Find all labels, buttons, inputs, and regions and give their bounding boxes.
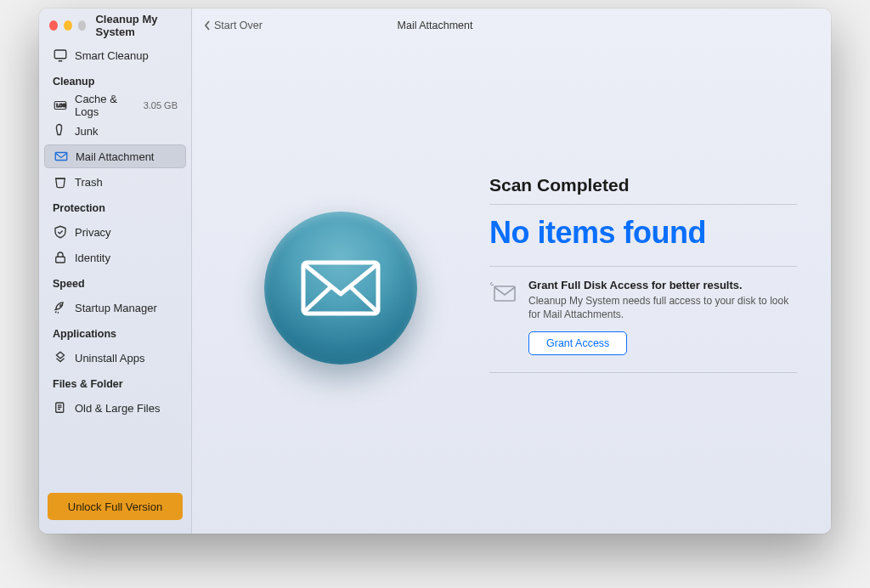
rocket-icon: [53, 300, 68, 315]
access-title: Grant Full Disk Access for better result…: [528, 279, 797, 291]
mail-illustration: [264, 212, 417, 365]
broom-icon: [53, 123, 68, 139]
svg-rect-5: [56, 257, 65, 263]
app-window: Cleanup My System Smart Cleanup Cleanup …: [39, 8, 831, 534]
back-label: Start Over: [214, 20, 263, 31]
chevron-left-icon: [204, 20, 211, 31]
sidebar-item-label: Junk: [75, 125, 178, 138]
sidebar-item-cache[interactable]: LOG Cache & Logs 3.05 GB: [44, 93, 186, 117]
svg-text:LOG: LOG: [57, 103, 66, 108]
start-over-button[interactable]: Start Over: [204, 20, 263, 31]
sidebar-item-oldlarge[interactable]: Old & Large Files: [44, 396, 186, 420]
sidebar-item-label: Identity: [75, 252, 178, 264]
monitor-icon: [53, 48, 68, 63]
sidebar-item-label: Old & Large Files: [75, 402, 178, 415]
unlock-full-version-button[interactable]: Unlock Full Version: [48, 493, 183, 520]
grant-access-button[interactable]: Grant Access: [528, 331, 627, 355]
content: Scan Completed No items found Grant Full…: [192, 42, 831, 534]
page-title: Mail Attachment: [398, 20, 473, 31]
access-desc: Cleanup My System needs full access to y…: [528, 294, 797, 321]
access-envelope-icon: [489, 279, 518, 355]
result-column: Scan Completed No items found Grant Full…: [489, 42, 831, 534]
close-icon[interactable]: [49, 20, 58, 31]
minimize-icon[interactable]: [64, 20, 72, 31]
main-titlebar: Start Over Mail Attachment: [192, 8, 831, 42]
envelope-icon: [301, 260, 381, 316]
files-icon: [53, 400, 68, 416]
shield-icon: [53, 224, 68, 240]
sidebar-item-smart-cleanup[interactable]: Smart Cleanup: [44, 43, 186, 67]
svg-rect-0: [54, 50, 66, 59]
section-header-files: Files & Folder: [44, 371, 186, 394]
svg-rect-12: [494, 286, 515, 301]
section-header-protection: Protection: [44, 195, 186, 218]
sidebar: Cleanup My System Smart Cleanup Cleanup …: [39, 8, 192, 534]
sidebar-item-privacy[interactable]: Privacy: [44, 220, 186, 244]
app-title: Cleanup My System: [95, 13, 181, 38]
svg-point-6: [60, 305, 62, 307]
sidebar-item-junk[interactable]: Junk: [44, 119, 186, 143]
sidebar-item-label: Smart Cleanup: [75, 49, 178, 62]
section-header-speed: Speed: [44, 271, 186, 294]
trash-icon: [53, 174, 68, 189]
main-panel: Start Over Mail Attachment Scan Complete…: [192, 8, 831, 534]
sidebar-item-label: Trash: [75, 176, 178, 189]
illustration-column: [192, 42, 489, 534]
sidebar-item-identity[interactable]: Identity: [44, 246, 186, 269]
lock-icon: [53, 250, 68, 265]
log-icon: LOG: [53, 98, 68, 113]
titlebar: Cleanup My System: [39, 8, 191, 42]
section-header-applications: Applications: [44, 321, 186, 344]
sidebar-item-label: Uninstall Apps: [75, 352, 178, 365]
sidebar-item-uninstall[interactable]: Uninstall Apps: [44, 346, 186, 370]
sidebar-item-label: Mail Attachment: [76, 150, 177, 163]
access-text: Grant Full Disk Access for better result…: [528, 279, 797, 355]
scan-heading: Scan Completed: [489, 175, 797, 204]
sidebar-item-label: Cache & Logs: [75, 93, 137, 118]
sidebar-item-startup[interactable]: Startup Manager: [44, 296, 186, 319]
sidebar-item-trash[interactable]: Trash: [44, 170, 186, 194]
maximize-icon[interactable]: [78, 20, 87, 31]
sidebar-item-mail-attachment[interactable]: Mail Attachment: [44, 144, 186, 168]
no-items-text: No items found: [489, 205, 797, 266]
divider: [489, 372, 797, 373]
section-header-cleanup: Cleanup: [44, 69, 186, 92]
sidebar-item-meta: 3.05 GB: [144, 100, 178, 110]
apps-icon: [53, 350, 68, 365]
access-box: Grant Full Disk Access for better result…: [489, 267, 797, 372]
envelope-icon: [54, 149, 69, 164]
sidebar-item-label: Privacy: [75, 226, 178, 239]
svg-rect-4: [55, 153, 67, 161]
sidebar-item-label: Startup Manager: [75, 302, 178, 314]
